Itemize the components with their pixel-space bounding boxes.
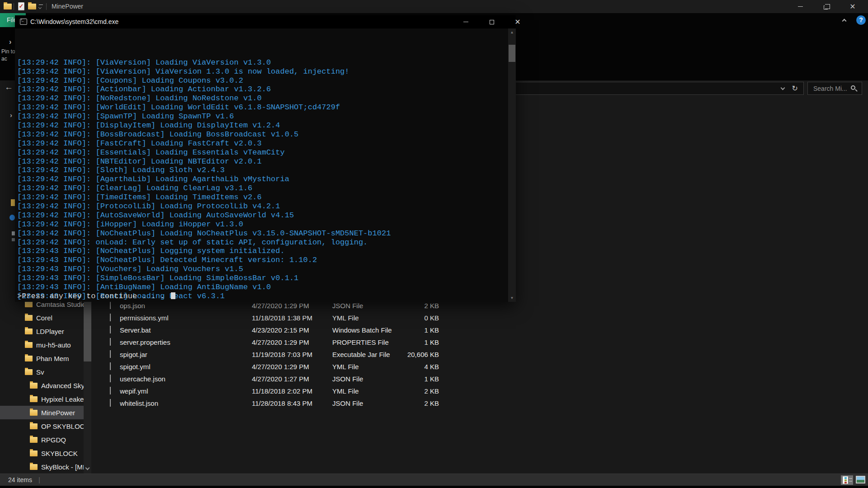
- ribbon-collapse-icon[interactable]: [842, 19, 847, 23]
- sidebar-item[interactable]: mu-h5-auto: [0, 338, 84, 352]
- qat-dropdown-bar: [39, 5, 43, 5]
- console-log-line: [13:29:43 INFO]: [EssentialsChat] Loadin…: [17, 301, 508, 302]
- file-name: ops.json: [120, 302, 249, 310]
- titlebar-separator: [14, 3, 14, 10]
- console-log-line: [13:29:42 INFO]: [TimedItems] Loading Ti…: [17, 193, 508, 202]
- file-row[interactable]: Server.bat 4/23/2020 2:15 PM Windows Bat…: [93, 324, 450, 337]
- help-button[interactable]: ?: [856, 15, 866, 25]
- console-log-line: [13:29:43 INFO]: [NoCheatPlus] Logging s…: [17, 247, 508, 256]
- close-icon: ✕: [849, 3, 855, 10]
- file-icon: [110, 301, 111, 309]
- sidebar-item[interactable]: SkyBlock - [MIN: [0, 460, 84, 474]
- file-size: 2 KB: [382, 302, 439, 310]
- folder-icon: [25, 315, 33, 321]
- file-row[interactable]: wepif.yml 11/18/2018 2:02 PM YML File 2 …: [93, 385, 450, 398]
- file-row[interactable]: spigot.jar 11/19/2018 7:03 PM Executable…: [93, 349, 450, 361]
- console-cursor: [171, 292, 175, 299]
- file-icon: [110, 362, 111, 370]
- file-icon: [110, 314, 111, 321]
- cmd-minimize-button[interactable]: [453, 15, 479, 28]
- file-row[interactable]: usercache.json 4/27/2020 1:27 PM JSON Fi…: [93, 373, 450, 385]
- sidebar-item[interactable]: OP SKYBLOCK 4: [0, 419, 84, 433]
- back-button[interactable]: ←: [5, 82, 13, 92]
- scrollbar-down-icon[interactable]: ▼: [508, 294, 516, 302]
- tree-expand-chevron-icon[interactable]: ›: [10, 111, 12, 119]
- file-size: 4 KB: [382, 363, 439, 371]
- sidebar-item[interactable]: RPGDQ: [0, 433, 84, 446]
- pin-to-quick-access-label[interactable]: Pin to ac: [1, 48, 15, 62]
- file-name: wepif.yml: [120, 387, 249, 395]
- file-date-modified: 4/23/2020 2:15 PM: [252, 326, 329, 334]
- console-log-line: [13:29:42 INFO]: [NoCheatPlus] Loading N…: [17, 229, 508, 238]
- cmd-titlebar[interactable]: C:\Windows\system32\cmd.exe ✕: [15, 15, 516, 28]
- details-view-button[interactable]: [841, 475, 853, 485]
- sidebar-item-label: mu-h5-auto: [36, 341, 71, 349]
- sidebar-item-label: Phan Mem: [36, 355, 69, 362]
- file-row[interactable]: ops.json 4/27/2020 1:29 PM JSON File 2 K…: [93, 300, 450, 312]
- address-dropdown-icon[interactable]: [781, 86, 785, 90]
- file-name: spigot.jar: [120, 351, 249, 358]
- search-box[interactable]: Search Mi...: [807, 82, 862, 95]
- thumbnail-view-button[interactable]: [856, 476, 865, 483]
- console-log-line: [13:29:43 INFO]: [AntiBugName] Loading A…: [17, 283, 508, 292]
- file-size: 2 KB: [382, 399, 439, 407]
- console-log-line: [13:29:42 INFO]: [Actionbar] Loading Act…: [17, 85, 508, 94]
- console-log-line: [13:29:42 INFO]: [AgarthaLib] Loading Ag…: [17, 175, 508, 184]
- sidebar-item-label: RPGDQ: [41, 436, 66, 444]
- file-row[interactable]: spigot.yml 4/27/2020 1:29 PM YML File 4 …: [93, 361, 450, 373]
- sidebar-item[interactable]: SKYBLOCK: [0, 446, 84, 460]
- file-date-modified: 11/19/2018 7:03 PM: [252, 351, 329, 358]
- sidebar-item-label: Corel: [36, 314, 52, 322]
- file-date-modified: 11/18/2018 2:02 PM: [252, 387, 329, 395]
- file-icon: [110, 387, 111, 394]
- sidebar-item[interactable]: Corel: [0, 311, 84, 324]
- sidebar-item[interactable]: Hypixel Leaked: [0, 392, 84, 406]
- file-date-modified: 4/27/2020 1:27 PM: [252, 375, 329, 383]
- file-row[interactable]: whitelist.json 11/28/2018 8:43 PM JSON F…: [93, 398, 450, 410]
- file-row[interactable]: server.properties 4/27/2020 1:29 PM PROP…: [93, 337, 450, 349]
- quick-access-properties-icon[interactable]: ✓: [18, 2, 24, 10]
- sidebar-item[interactable]: LDPlayer: [0, 324, 84, 338]
- console-log-line: [13:29:42 INFO]: [WorldEdit] Loading Wor…: [17, 103, 508, 112]
- sidebar-item-label: Advanced Skyb: [41, 382, 84, 389]
- sidebar-item-label: SKYBLOCK: [41, 450, 78, 457]
- sidebar-item[interactable]: Phan Mem: [0, 352, 84, 365]
- sidebar-scrollbar-down-button[interactable]: [84, 465, 91, 473]
- explorer-minimize-button[interactable]: [790, 0, 811, 13]
- sidebar-item[interactable]: MinePower: [0, 406, 84, 419]
- quick-access-new-folder-icon[interactable]: [28, 4, 36, 9]
- file-icon: [110, 326, 111, 333]
- file-row[interactable]: permissions.yml 11/18/2018 1:38 PM YML F…: [93, 312, 450, 324]
- explorer-close-button[interactable]: ✕: [842, 0, 863, 13]
- sidebar-item-label: MinePower: [41, 409, 75, 417]
- console-log-line: [13:29:42 INFO]: [ProtocolLib] Loading P…: [17, 202, 508, 211]
- sidebar-item[interactable]: Sv: [0, 365, 84, 379]
- file-name: server.properties: [120, 338, 249, 346]
- scrollbar-up-icon[interactable]: ▲: [508, 28, 516, 36]
- cmd-close-button[interactable]: ✕: [505, 15, 531, 28]
- console-log-line: [13:29:43 INFO]: [SimpleBossBar] Loading…: [17, 274, 508, 283]
- device-icon-fragment: [12, 238, 15, 241]
- file-name: spigot.yml: [120, 363, 249, 371]
- console-log-line: [13:29:42 INFO]: [iHopper] Loading iHopp…: [17, 220, 508, 229]
- folder-icon: [30, 437, 38, 443]
- file-name: whitelist.json: [120, 399, 249, 407]
- explorer-app-folder-icon: [4, 4, 12, 9]
- explorer-restore-button[interactable]: [816, 0, 837, 13]
- cmd-window-title: C:\Windows\system32\cmd.exe: [30, 18, 118, 25]
- titlebar-separator: [46, 3, 47, 10]
- console-log-line: [13:29:42 INFO]: [ViaVersion] ViaVersion…: [17, 67, 508, 76]
- cmd-maximize-button[interactable]: [479, 15, 505, 28]
- restore-icon: [824, 5, 828, 9]
- scrollbar-thumb[interactable]: [509, 45, 515, 62]
- chevron-down-icon: [85, 466, 90, 470]
- sidebar-item[interactable]: Advanced Skyb: [0, 379, 84, 392]
- cmd-scrollbar[interactable]: ▲ ▼: [508, 28, 516, 302]
- file-icon: [110, 338, 111, 346]
- sidebar-item-label: OP SKYBLOCK 4: [41, 422, 84, 430]
- console-log-line: [13:29:43 INFO]: [NoCheatPlus] Detected …: [17, 256, 508, 265]
- refresh-icon[interactable]: ↻: [792, 84, 798, 93]
- quick-access-toolbar-dropdown-icon[interactable]: [39, 5, 43, 9]
- folder-icon: [25, 301, 33, 307]
- file-date-modified: 4/27/2020 1:29 PM: [252, 338, 329, 346]
